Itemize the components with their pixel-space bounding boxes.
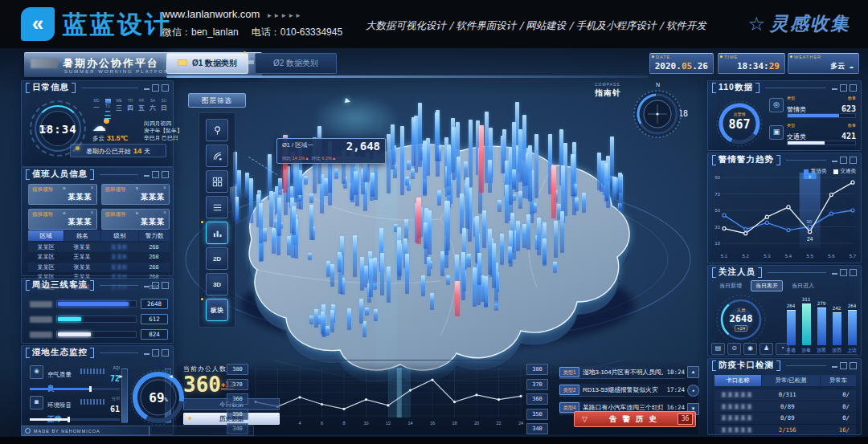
- legend-item[interactable]: 交通类: [833, 168, 857, 175]
- duty-card[interactable]: 值班领导»×某某某: [28, 209, 97, 230]
- legend-item[interactable]: 警情类: [804, 168, 827, 175]
- duty-area: 某某区: [28, 252, 63, 262]
- checkpoint-name: 某某某某某: [714, 389, 760, 401]
- duty-level: 某某长: [100, 242, 138, 252]
- focus-tab[interactable]: 当日离开: [751, 280, 783, 291]
- svg-text:5.3: 5.3: [764, 254, 771, 259]
- svg-text:18: 18: [452, 421, 457, 426]
- y-tick: 350: [526, 409, 548, 420]
- bottom-strip: [0, 437, 868, 444]
- svg-text:30: 30: [806, 219, 812, 224]
- website-link[interactable]: www.lanlanwork.com►►►►►: [162, 8, 302, 20]
- duty-count: 268: [138, 242, 170, 252]
- layer-tool-list[interactable]: [206, 196, 228, 218]
- scroll-dot-icon[interactable]: ●: [687, 385, 699, 397]
- panel-controls[interactable]: [832, 269, 857, 276]
- left-arrow-icon[interactable]: ►: [118, 373, 124, 379]
- scroll-up-icon[interactable]: ▲: [687, 366, 699, 378]
- compass[interactable]: COMPASS 指南针 N 18: [595, 82, 688, 156]
- alert-type-badge: 类型1: [559, 367, 579, 377]
- trend-legend: 警情类交通类: [804, 168, 856, 175]
- type-label: 类型: [787, 123, 806, 128]
- duty-card[interactable]: 值班领导»×某某某: [101, 209, 170, 230]
- svg-text:14: 14: [407, 421, 412, 426]
- minimize-icon: [144, 349, 149, 355]
- flow-value: 824: [141, 329, 168, 340]
- duty-col-header[interactable]: 姓名: [64, 230, 100, 241]
- inspiration-collect[interactable]: ☆ 灵感收集: [747, 11, 850, 36]
- duty-col-header[interactable]: 区域: [28, 230, 63, 241]
- flow-row: 2648: [30, 296, 168, 312]
- compass-dial-icon: [632, 88, 683, 140]
- panel-controls[interactable]: [144, 349, 169, 356]
- svg-text:5.2: 5.2: [742, 254, 749, 259]
- bar-category: 涉恐: [832, 347, 841, 354]
- person-icon[interactable]: ♟: [760, 343, 773, 355]
- panel-controls[interactable]: [144, 171, 169, 178]
- vehicle-icon[interactable]: ▤: [711, 343, 725, 355]
- panel-controls[interactable]: [832, 84, 857, 92]
- alert-row[interactable]: 类型1湿地3-104片区有不明人员闯入18:24: [559, 366, 685, 379]
- right-arrow-icon[interactable]: ►: [168, 373, 174, 379]
- up-arrow-icon: ▲: [332, 156, 336, 161]
- flow-bar: [56, 316, 137, 323]
- noise-slider[interactable]: [30, 418, 120, 421]
- gauge-110: 总警情 867: [714, 99, 764, 149]
- weather-row: ☁ 多云31.5℃ 闰四月初四庚子年【鼠年】辛巳月 己巳日: [92, 120, 187, 143]
- layer-tool-2d[interactable]: 2D: [206, 247, 228, 270]
- duty-card[interactable]: 值班领导»×某某某: [28, 184, 97, 205]
- flow-bars: 2648612824: [30, 296, 168, 342]
- close-icon[interactable]: ×: [163, 185, 166, 190]
- alert-type-badge: 类型2: [559, 385, 579, 395]
- focus-gauge: 人员2648+24: [714, 293, 768, 346]
- flow-value: 612: [141, 314, 168, 324]
- panel-controls[interactable]: [144, 282, 169, 289]
- panel-passenger-flow: 周边三线客流 2648612824: [21, 278, 174, 344]
- air-slider[interactable]: [30, 388, 120, 390]
- svg-text:90: 90: [714, 175, 720, 180]
- camera-icon[interactable]: ◉: [743, 343, 757, 355]
- close-icon[interactable]: ×: [90, 185, 93, 190]
- alert-row[interactable]: 类型2RD13-53烟感报警疑似火灾17:24: [559, 384, 685, 397]
- close-icon[interactable]: ×: [90, 210, 93, 215]
- layer-tool-blocks[interactable]: 板块: [206, 299, 228, 321]
- svg-text:22: 22: [496, 421, 501, 426]
- flow-label-blurred: [30, 332, 52, 338]
- flow-bar: [56, 300, 137, 308]
- focus-bar: 242涉恐: [831, 306, 842, 354]
- layer-tool-grid[interactable]: [206, 170, 228, 193]
- focus-tab[interactable]: 当日新增: [714, 280, 747, 291]
- bar-value: 311: [802, 297, 810, 302]
- flow-value: 2648: [141, 299, 168, 309]
- checkpoint-col-header[interactable]: 卡口名称: [714, 375, 761, 386]
- weekday-cell: WE三: [115, 99, 123, 119]
- checkpoint-col-header[interactable]: 异常车: [821, 375, 856, 386]
- layer-tool-pin[interactable]: [206, 119, 228, 141]
- panel-controls[interactable]: [144, 84, 169, 92]
- lanlan-logo-icon: «: [21, 7, 55, 41]
- credit-bar: MADE BY NEHOMMICOA: [21, 426, 149, 436]
- layer-tool-radar[interactable]: [206, 145, 228, 167]
- checkpoint-row: 某某某某某0/890/: [714, 401, 856, 413]
- panel-controls[interactable]: [832, 362, 857, 369]
- target-icon[interactable]: ⊙: [727, 343, 741, 355]
- window-icon: [840, 84, 847, 92]
- duty-col-header[interactable]: 级别: [101, 230, 138, 241]
- duty-col-header[interactable]: 警力数: [139, 230, 170, 241]
- minimize-icon: [832, 269, 837, 275]
- duty-count: 268: [138, 263, 170, 272]
- duty-name: 某某某: [68, 217, 92, 227]
- duty-area: 某某区: [28, 263, 63, 272]
- y-tick: 370: [526, 379, 548, 390]
- layer-tool-3d[interactable]: 3D: [206, 273, 228, 295]
- panel-title: 防疫卡口检测: [719, 360, 774, 371]
- credit-bar-2: [149, 426, 254, 436]
- svg-text:5.5: 5.5: [806, 254, 813, 259]
- checkpoint-name: 某某某某某: [714, 425, 760, 436]
- checkpoint-col-header[interactable]: 异常/已检测: [762, 375, 820, 386]
- layer-tool-chart[interactable]: [206, 222, 228, 244]
- close-icon[interactable]: ×: [163, 210, 166, 215]
- alert-history-button[interactable]: ▽ 告警历史 36: [574, 411, 696, 427]
- duty-card[interactable]: 值班领导»×某某某: [101, 184, 170, 205]
- weekday-cell: TU二: [104, 99, 112, 119]
